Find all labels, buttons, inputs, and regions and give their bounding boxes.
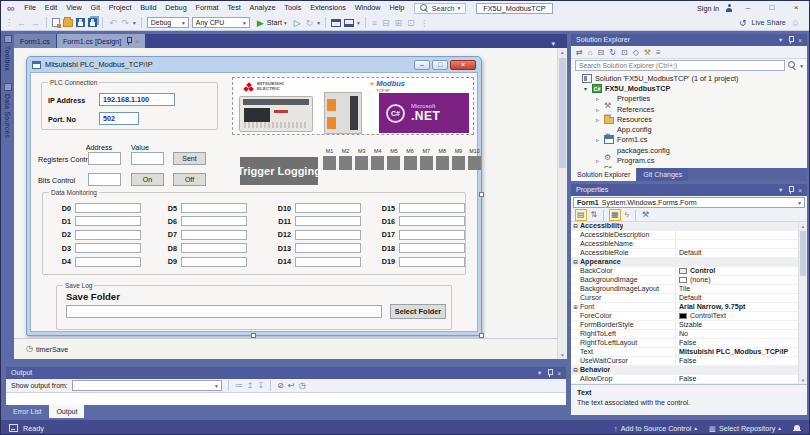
tree-item[interactable]: ▹ Program.cs (571, 155, 807, 165)
properties-view-icon[interactable]: ▦ (609, 209, 621, 221)
scroll-down-icon[interactable]: ▾ (558, 352, 567, 358)
designed-form-window[interactable]: Mitsubishi PLC_Modbus_TCP/IP – □ × PLC C… (26, 56, 482, 336)
preview-selected-items-icon[interactable]: ≡ (656, 46, 661, 59)
data-field-input[interactable] (75, 216, 141, 226)
tree-expander-icon[interactable]: ▹ (596, 157, 604, 164)
tree-item[interactable]: ▹ Form1.cs (571, 135, 807, 145)
menu-item[interactable]: Project (104, 1, 136, 15)
designer-scrollbar[interactable]: ▴ ▾ (557, 48, 567, 359)
data-field-input[interactable] (295, 257, 361, 267)
property-value[interactable]: ControlText (676, 312, 798, 321)
active-files-dropdown-icon[interactable]: ▾ (551, 40, 555, 48)
toolbar-grip[interactable]: ⋮ (5, 15, 13, 31)
m-indicator-lamp[interactable] (371, 156, 384, 170)
data-field-input[interactable] (295, 203, 361, 213)
register-value-input[interactable] (131, 152, 164, 165)
tree-expander-icon[interactable]: ▾ (584, 85, 592, 92)
m-indicator-lamp[interactable] (404, 156, 417, 170)
tab-output[interactable]: Output (49, 405, 84, 418)
menu-item[interactable]: Git (86, 1, 104, 15)
select-folder-button[interactable]: Select Folder (390, 304, 446, 319)
m-indicator-lamp[interactable] (387, 156, 400, 170)
register-address-input[interactable] (88, 152, 121, 165)
scroll-down-icon[interactable]: ▾ (799, 377, 807, 383)
chevron-down-icon[interactable]: ▾ (133, 20, 136, 26)
menu-item[interactable]: Build (136, 1, 161, 15)
sent-button[interactable]: Sent (173, 152, 206, 165)
tab-error-list[interactable]: Error List (6, 405, 48, 418)
search-icon[interactable] (788, 61, 797, 70)
data-field-input[interactable] (399, 216, 465, 226)
scroll-up-icon[interactable]: ▴ (799, 223, 807, 229)
find-in-files-icon[interactable] (331, 19, 341, 27)
search-box[interactable]: Search ▾ (414, 3, 467, 14)
menu-item[interactable]: File (20, 1, 41, 15)
object-selector[interactable]: Form1 System.Windows.Forms.Form ▾ (573, 197, 805, 208)
timestamp-icon[interactable]: ◷ (299, 379, 306, 393)
save-all-icon[interactable] (88, 18, 97, 27)
m-indicator-lamp[interactable] (436, 156, 449, 170)
m-indicator-lamp[interactable] (468, 156, 481, 170)
menu-item[interactable]: Extensions (306, 1, 350, 15)
data-field-input[interactable] (181, 203, 247, 213)
property-value[interactable]: Sizable (676, 321, 798, 330)
redo-icon[interactable]: ↷ (121, 15, 131, 31)
scroll-up-icon[interactable]: ▴ (558, 49, 567, 55)
off-button[interactable]: Off (173, 173, 206, 186)
refresh-icon[interactable]: ↻ (609, 46, 616, 59)
data-field-input[interactable] (181, 257, 247, 267)
scroll-thumb[interactable] (559, 58, 566, 168)
property-pages-icon[interactable]: ⚒ (641, 210, 650, 220)
property-value[interactable]: (none) (676, 276, 798, 285)
events-icon[interactable]: ϟ (624, 210, 630, 220)
close-icon[interactable]: × (557, 370, 561, 377)
solution-platforms-icon[interactable] (344, 19, 354, 27)
pin-icon[interactable] (787, 36, 793, 44)
pin-icon[interactable] (125, 37, 131, 45)
scroll-thumb[interactable] (800, 231, 806, 276)
close-icon[interactable]: × (798, 37, 802, 44)
form-minimize-button[interactable]: – (414, 60, 430, 70)
home-icon[interactable]: ⌂ (588, 46, 593, 59)
expander-icon[interactable]: ⊟ (571, 223, 580, 229)
form-maximize-button[interactable]: □ (432, 60, 448, 70)
solution-name-badge[interactable]: FX5U_ModbusTCP (476, 3, 552, 14)
clear-all-icon[interactable]: ⊘ (277, 379, 284, 393)
data-field-input[interactable] (295, 243, 361, 253)
layout-grid-icon[interactable]: ⊡ (406, 15, 416, 31)
port-input[interactable]: 502 (99, 112, 139, 125)
pin-icon[interactable] (546, 369, 552, 377)
navigate-forward-icon[interactable]: → (30, 15, 41, 31)
property-row[interactable]: UseWaitCursor False (571, 357, 798, 366)
sign-in-link[interactable]: Sign in (697, 4, 719, 13)
align-tops-icon[interactable]: ⊟ (381, 15, 391, 31)
menu-item[interactable]: Test (223, 1, 245, 15)
ip-address-input[interactable]: 192.168.1.100 (99, 93, 175, 106)
collapse-all-icon[interactable]: ⊟ (598, 46, 605, 59)
property-value[interactable]: False (676, 375, 798, 384)
start-debugging-button[interactable]: ▶ Start ▾ (253, 15, 290, 31)
previous-message-icon[interactable]: ↥ (247, 379, 254, 393)
window-menu-icon[interactable]: ▾ (779, 186, 782, 194)
tree-item[interactable]: packages.config (571, 145, 807, 155)
align-lefts-icon[interactable]: ≡ (371, 15, 378, 31)
close-icon[interactable]: × (798, 187, 802, 194)
property-value[interactable]: Mitsubishi PLC_Modbus_TCP/IP (676, 348, 798, 357)
add-to-source-control-button[interactable]: ↑ Add to Source Control ▴ (614, 424, 697, 433)
tab-solution-explorer[interactable]: Solution Explorer (571, 168, 636, 181)
notifications-bell-icon[interactable] (793, 424, 801, 433)
property-value[interactable]: Control (676, 267, 798, 276)
property-row[interactable]: AccessibleRole Default (571, 249, 798, 258)
data-field-input[interactable] (399, 257, 465, 267)
close-button[interactable]: × (787, 1, 805, 15)
window-menu-icon[interactable]: ▾ (779, 36, 782, 44)
m-indicator-lamp[interactable] (323, 156, 336, 170)
find-message-icon[interactable]: ≔ (235, 379, 243, 393)
data-field-input[interactable] (295, 216, 361, 226)
user-profile-icon[interactable] (725, 4, 733, 12)
data-field-input[interactable] (181, 230, 247, 240)
feedback-icon[interactable]: ☺ (790, 15, 801, 31)
background-tasks-icon[interactable] (9, 424, 18, 432)
data-field-input[interactable] (75, 230, 141, 240)
property-row[interactable]: AllowDrop False (571, 375, 798, 384)
